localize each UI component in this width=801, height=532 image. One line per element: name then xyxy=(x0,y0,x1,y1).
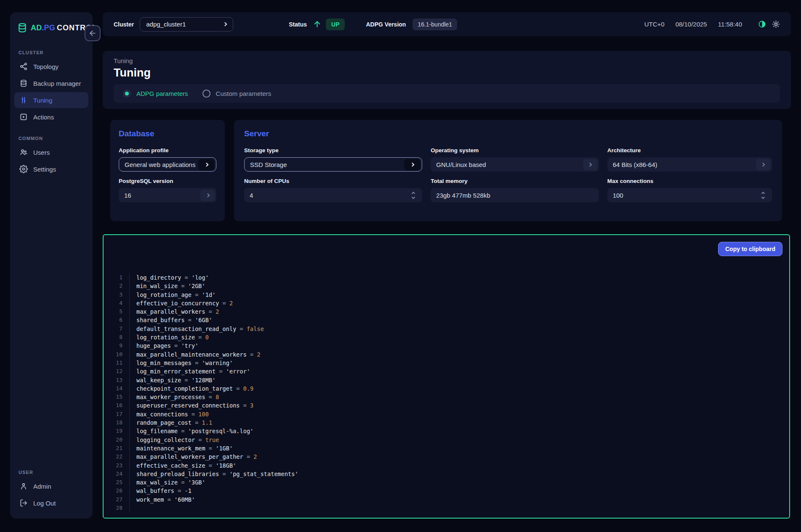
param-name: max_parallel_maintenance_workers xyxy=(136,351,247,358)
postgresql-version-select[interactable]: 16 xyxy=(119,188,216,202)
code-content: random_page_cost = 1.1 xyxy=(129,418,212,427)
param-value: false xyxy=(247,326,264,332)
radio-circle-icon xyxy=(123,90,131,98)
operator: = xyxy=(192,360,202,366)
code-content: log_rotation_age = '1d' xyxy=(129,291,216,299)
code-line: 8log_rotation_size = 0 xyxy=(104,333,787,341)
code-line: 5max_parallel_workers = 2 xyxy=(104,307,787,316)
date-value: 08/10/2025 xyxy=(676,21,707,28)
param-value: '60MB' xyxy=(174,496,195,503)
field-label: Architecture xyxy=(607,147,772,154)
param-value: '1GB' xyxy=(216,445,233,452)
cluster-select[interactable]: adpg_cluster1 xyxy=(140,17,233,32)
line-number: 26 xyxy=(104,487,122,495)
status-badge: UP xyxy=(326,19,345,30)
param-name: random_page_cost xyxy=(136,419,192,426)
radio-custom-parameters[interactable]: Custom parameters xyxy=(202,90,271,98)
param-name: superuser_reserved_connections xyxy=(136,402,240,409)
param-name: max_parallel_workers_per_gather xyxy=(136,453,243,460)
operator: = xyxy=(164,496,174,503)
number-of-cpus-stepper[interactable]: 4 xyxy=(244,188,422,202)
operator: = xyxy=(188,411,199,418)
chevron-right-button[interactable] xyxy=(583,159,597,170)
sun-icon[interactable] xyxy=(772,20,780,28)
operator: = xyxy=(192,419,202,426)
code-line: 25max_wal_size = '3GB' xyxy=(104,478,787,487)
field-postgresql-version: PostgreSQL version16 xyxy=(119,178,216,202)
database-logo-icon xyxy=(17,22,28,33)
section-label: USER xyxy=(19,470,93,475)
stepper-buttons[interactable] xyxy=(408,192,420,199)
param-value: '3GB' xyxy=(188,479,205,486)
operating-system-select[interactable]: GNU/Linux based xyxy=(431,157,599,172)
line-number: 1 xyxy=(104,273,122,282)
line-number: 18 xyxy=(104,418,122,427)
section-label: CLUSTER xyxy=(19,50,93,55)
chevron-right-icon xyxy=(588,162,592,167)
chevron-right-button[interactable] xyxy=(756,159,770,170)
chevron-right-button[interactable] xyxy=(198,159,214,170)
contrast-theme-icon[interactable] xyxy=(758,20,766,28)
line-number: 28 xyxy=(104,504,122,512)
database-fields: Application profileGeneral web applicati… xyxy=(119,147,216,202)
code-content: log_filename = 'postgresql-%a.log' xyxy=(129,427,253,435)
sidebar-item-log-out[interactable]: Log Out xyxy=(14,495,88,511)
radio-adpg-parameters[interactable]: ADPG parameters xyxy=(123,90,188,98)
line-number: 8 xyxy=(104,333,122,341)
copy-to-clipboard-button[interactable]: Copy to clipboard xyxy=(718,242,782,256)
sidebar-item-topology[interactable]: Topology xyxy=(14,58,88,74)
operator: = xyxy=(236,326,247,332)
max-connections-stepper[interactable]: 100 xyxy=(607,188,772,202)
code-content: superuser_reserved_connections = 3 xyxy=(129,401,253,410)
param-value: true xyxy=(205,437,219,443)
sidebar-item-label: Backup manager xyxy=(33,80,81,87)
database-card-title: Database xyxy=(119,129,216,138)
storage-type-select[interactable]: SSD Storage xyxy=(244,157,422,172)
field-label: Max connections xyxy=(607,178,772,184)
status-group: Status UP xyxy=(289,19,345,30)
code-content: log_min_error_statement = 'error' xyxy=(129,367,250,376)
code-line: 4effective_io_concurrency = 2 xyxy=(104,299,787,307)
param-value: 0.9 xyxy=(243,385,254,392)
param-value: 2 xyxy=(216,308,219,315)
arrow-left-icon xyxy=(88,29,97,37)
sidebar-item-tuning[interactable]: Tuning xyxy=(14,92,88,108)
param-name: max_wal_size xyxy=(136,479,178,486)
topbar: Cluster adpg_cluster1 Status UP ADPG Ver… xyxy=(103,12,791,36)
sidebar-item-actions[interactable]: Actions xyxy=(14,109,88,125)
code-content: max_worker_processes = 8 xyxy=(129,393,219,401)
chevron-right-icon xyxy=(205,193,210,197)
operator: = xyxy=(219,471,229,477)
sidebar-item-settings[interactable]: Settings xyxy=(14,161,88,177)
chevron-up-icon xyxy=(761,191,765,195)
cluster-chevron-button[interactable] xyxy=(219,19,230,30)
sidebar-item-users[interactable]: Users xyxy=(14,144,88,160)
code-content: log_directory = 'log' xyxy=(129,273,209,282)
operator: = xyxy=(205,462,216,469)
stepper-buttons[interactable] xyxy=(758,192,770,199)
param-name: shared_buffers xyxy=(136,317,185,323)
code-content: shared_buffers = '6GB' xyxy=(129,316,212,324)
chevron-right-button[interactable] xyxy=(200,190,215,201)
sidebar-section-common: COMMONUsersSettings xyxy=(10,136,93,178)
total-memory-input[interactable]: 23gb 477mb 528kb xyxy=(431,188,599,202)
field-label: PostgreSQL version xyxy=(119,178,216,184)
sidebar: AD.PGCONTROL CLUSTERTopologyBackup manag… xyxy=(10,12,93,519)
architecture-select[interactable]: 64 Bits (x86-64) xyxy=(607,157,772,172)
param-name: min_wal_size xyxy=(136,283,178,289)
param-value: 0 xyxy=(205,334,209,341)
sidebar-item-label: Users xyxy=(33,149,50,156)
sidebar-collapse-button[interactable] xyxy=(85,25,101,41)
application-profile-select[interactable]: General web applications xyxy=(119,157,216,172)
sidebar-item-admin[interactable]: Admin xyxy=(14,478,88,494)
topbar-icon-buttons xyxy=(758,20,780,28)
chevron-right-button[interactable] xyxy=(404,159,420,170)
param-value: 'pg_stat_statements' xyxy=(229,471,298,477)
line-number: 22 xyxy=(104,453,122,461)
topology-icon xyxy=(19,62,28,71)
line-number: 15 xyxy=(104,393,122,401)
field-label: Total memory xyxy=(431,178,599,184)
logo-pg: .PG xyxy=(42,24,55,32)
code-content: wal_keep_size = '128MB' xyxy=(129,376,216,384)
sidebar-item-backup-manager[interactable]: Backup manager xyxy=(14,75,88,91)
